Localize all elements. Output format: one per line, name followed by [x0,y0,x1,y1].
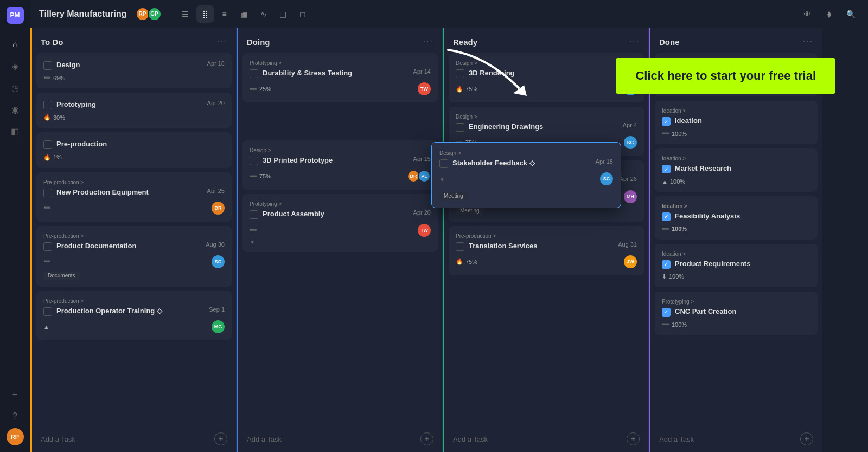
add-task-todo[interactable]: Add a Task + [32,426,236,452]
task-date: Apr 20 [413,209,431,216]
header-avatars: RP GP [138,7,162,21]
todo-cards: Design Apr 18 ➖ 69% Prototyping [32,53,236,426]
task-checkbox[interactable] [43,140,52,149]
add-task-doing[interactable]: Add a Task + [238,426,442,452]
task-tag: Documents [43,272,80,280]
sidebar-item-projects[interactable]: ◧ [5,121,25,141]
task-progress: ➖ 100% [662,321,687,328]
task-card-3d-rendering[interactable]: Design > 3D Rendering Apr 6 🔥 75% SC [449,53,644,102]
gantt-view-button[interactable]: ≡ [216,5,233,23]
task-checkbox[interactable] [662,308,671,317]
task-card-product-assembly[interactable]: Prototyping > Product Assembly Apr 20 ➖ … [242,194,438,251]
task-checkbox[interactable] [250,157,258,165]
column-ready-menu[interactable]: ··· [629,37,640,47]
task-checkbox[interactable] [43,101,52,109]
add-task-button-done[interactable]: + [800,432,813,445]
task-checkbox[interactable] [43,189,52,197]
task-checkbox[interactable] [456,69,464,78]
task-title: Product Assembly [263,209,409,219]
progress-icon: ➖ [662,225,669,233]
task-card-product-documentation[interactable]: Pre-production > Product Documentation A… [36,226,232,287]
sidebar-item-home[interactable]: ⌂ [5,35,25,54]
avatar-gp[interactable]: GP [148,7,162,21]
task-checkbox[interactable] [456,123,464,132]
filter-button[interactable]: ⧫ [820,5,838,23]
task-date: Aug 30 [206,241,225,248]
task-card-design[interactable]: Design Apr 18 ➖ 69% [36,53,232,88]
column-todo-title: To Do [41,37,63,47]
task-checkbox[interactable] [250,69,258,78]
progress-value: 100% [669,273,684,280]
task-date: Aug 31 [618,241,637,248]
free-trial-banner[interactable]: Click here to start your free trial [616,58,835,94]
add-task-button-doing[interactable]: + [420,432,433,445]
task-card-market-research-done[interactable]: Ideation > Market Research ▲ 100% [655,148,818,191]
task-progress: 🔥 1% [43,154,62,161]
eye-button[interactable]: 👁 [799,5,816,23]
task-card-ideation-done[interactable]: Ideation > Ideation ➖ 100% [655,101,818,144]
sidebar-item-help[interactable]: ? [5,406,25,426]
doing-cards: Prototyping > Durability & Stress Testin… [238,53,442,426]
task-checkbox[interactable] [43,242,52,251]
task-checkbox[interactable] [662,165,671,173]
add-task-button-ready[interactable]: + [627,432,640,445]
task-date: Apr 15 [413,156,431,162]
task-progress: ⬇ 100% [662,273,684,280]
chart-view-button[interactable]: ∿ [255,5,272,23]
task-card-cnc-done[interactable]: Prototyping > CNC Part Creation ➖ 100% [655,292,818,335]
card-parent: Prototyping > [250,201,431,207]
task-progress: ➖ [250,227,257,234]
task-title: Durability & Stress Testing [263,68,409,78]
user-avatar[interactable]: RP [7,428,24,445]
task-card-preproduction[interactable]: Pre-production 🔥 1% [36,132,232,167]
add-task-button-todo[interactable]: + [214,432,227,445]
sidebar-item-people[interactable]: ◉ [5,100,25,119]
add-task-label: Add a Task [41,435,75,443]
add-task-done[interactable]: Add a Task + [650,426,822,452]
task-checkbox[interactable] [43,61,52,70]
column-doing-menu[interactable]: ··· [423,37,433,47]
card-parent: Pre-production > [456,233,637,239]
task-card-prototyping[interactable]: Prototyping Apr 20 🔥 30% [36,93,232,128]
app-logo[interactable]: PM [7,7,24,24]
column-done-menu[interactable]: ··· [803,37,813,47]
card-chevron: ▼ [250,239,431,245]
table-view-button[interactable]: ▦ [235,5,253,23]
task-card-production-operator-training[interactable]: Pre-production > Production Operator Tra… [36,291,232,340]
sidebar-item-time[interactable]: ◷ [5,78,25,98]
task-card-feasibility-done[interactable]: Ideation > Feasibility Analysis ➖ 100% [655,196,818,240]
floating-card-checkbox[interactable] [439,159,448,168]
task-checkbox[interactable] [662,117,671,126]
card-parent: Ideation > [662,203,810,209]
task-title: Production Operator Training ◇ [56,306,205,316]
task-checkbox[interactable] [456,242,464,251]
calendar-view-button[interactable]: ◫ [275,5,292,23]
task-avatar: JW [624,255,637,268]
task-title: Market Research [675,164,810,173]
sidebar-item-activity[interactable]: ◈ [5,56,25,76]
column-todo-menu[interactable]: ··· [217,37,227,47]
board-view-button[interactable]: ⣿ [196,5,214,23]
task-card-product-requirements-done[interactable]: Ideation > Product Requirements ⬇ 100% [655,244,818,287]
search-button[interactable]: 🔍 [842,5,859,23]
add-task-ready[interactable]: Add a Task + [444,426,648,452]
card-parent: Design > [456,114,637,120]
task-checkbox[interactable] [43,307,52,316]
task-title: New Production Equipment [56,188,203,197]
task-card-translation-services[interactable]: Pre-production > Translation Services Au… [449,226,644,275]
column-done-header: Done ··· [650,28,822,53]
floating-card-date: Apr 18 [596,158,613,165]
task-checkbox[interactable] [662,260,671,269]
task-avatar: MH [624,190,637,203]
task-checkbox[interactable] [250,210,258,219]
progress-icon: ➖ [43,258,51,265]
progress-icon: ➖ [662,130,669,137]
task-card-durability[interactable]: Prototyping > Durability & Stress Testin… [242,53,438,102]
doc-view-button[interactable]: ◻ [294,5,311,23]
add-task-label: Add a Task [659,435,694,443]
task-checkbox[interactable] [662,212,671,221]
task-card-3d-prototype[interactable]: Design > 3D Printed Prototype Apr 15 ➖ 7… [242,140,438,190]
task-card-new-production-equipment[interactable]: Pre-production > New Production Equipmen… [36,172,232,222]
sidebar-item-add[interactable]: + [5,385,25,404]
list-view-button[interactable]: ☰ [177,5,194,23]
